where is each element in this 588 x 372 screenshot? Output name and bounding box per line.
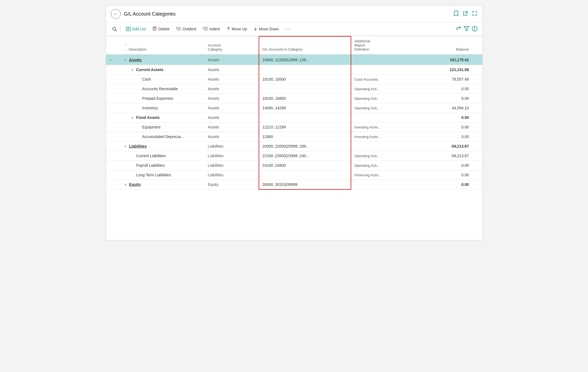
- table-row[interactable]: CashAssets18100..18500Cash Accounts76,55…: [106, 75, 482, 84]
- search-button[interactable]: [111, 25, 119, 33]
- drag-handle[interactable]: ⋮: [144, 57, 149, 62]
- info-icon[interactable]: [472, 26, 477, 32]
- col-scrollbar-header: [472, 36, 482, 54]
- table-row[interactable]: InventoryAssets14000..14299Operating Act…: [106, 103, 482, 113]
- row-gl-accounts: [259, 65, 351, 75]
- table-row[interactable]: Accumulated Deprecia...Assets12900Invest…: [106, 132, 482, 142]
- row-gl-accounts: [259, 113, 351, 122]
- header-icons: [453, 10, 477, 18]
- chevron-icon[interactable]: ∨: [124, 183, 128, 186]
- table-row[interactable]: Current LiabilitiesLiabilities22100..235…: [106, 151, 482, 161]
- delete-button[interactable]: Delete: [150, 25, 172, 33]
- toolbar-right: [456, 26, 477, 32]
- description-text: Liabilities: [129, 144, 147, 148]
- table-row[interactable]: ∨LiabilitiesLiabilities20000..22000|2599…: [106, 142, 482, 151]
- scroll-spacer: [472, 122, 482, 132]
- row-balance: 0.00: [418, 94, 472, 103]
- table-row[interactable]: Payroll LiabilitiesLiabilities24100..246…: [106, 161, 482, 170]
- more-label: ···: [286, 27, 291, 31]
- row-description: ∨Liabilities: [121, 142, 205, 151]
- row-arrow: [106, 142, 121, 151]
- filter-icon[interactable]: [464, 26, 469, 32]
- outdent-label: Outdent: [183, 27, 196, 31]
- description-text: Inventory: [142, 106, 158, 110]
- col-balance-header: Balance: [418, 36, 472, 54]
- chevron-icon[interactable]: ∨: [131, 116, 135, 119]
- row-gl-accounts: 16100..16600: [259, 94, 351, 103]
- indent-label: Indent: [209, 27, 220, 31]
- expand-icon[interactable]: [472, 11, 477, 17]
- table-row[interactable]: ∨Fixed AssetsAssets0.00: [106, 113, 482, 122]
- row-balance: 0.00: [418, 122, 472, 132]
- table-row[interactable]: Accounts ReceivableAssetsOperating Acti.…: [106, 84, 482, 94]
- row-additional-report: Cash Accounts: [351, 75, 418, 84]
- row-arrow: [106, 94, 121, 103]
- row-balance: 191,175.42: [418, 54, 472, 65]
- row-additional-report: Financing Activ...: [351, 170, 418, 180]
- move-up-button[interactable]: Move Up: [224, 25, 250, 33]
- row-balance: 121,151.58: [418, 65, 472, 75]
- table-row[interactable]: Long Term LiabilitiesLiabilitiesFinancin…: [106, 170, 482, 180]
- row-description: Payroll Liabilities: [121, 161, 205, 170]
- col-account-category-header: AccountCategory: [205, 36, 259, 54]
- row-additional-report: Investing Activi...: [351, 132, 418, 142]
- row-arrow: [106, 170, 121, 180]
- edit-list-button[interactable]: Edit List: [123, 25, 149, 33]
- col-arrow-header: [106, 36, 121, 54]
- row-balance: 0.00: [418, 180, 472, 190]
- scroll-spacer: [472, 84, 482, 94]
- scroll-spacer: [472, 75, 482, 84]
- more-button[interactable]: ···: [283, 25, 294, 33]
- row-gl-accounts: 10000..12200|12999..139...: [259, 54, 351, 65]
- col-additional-report-header: AdditionalReportDefinition: [351, 36, 418, 54]
- table-row[interactable]: →∨Assets⋮Assets10000..12200|12999..139..…: [106, 54, 482, 65]
- table-row[interactable]: ∨Current AssetsAssets121,151.58: [106, 65, 482, 75]
- row-arrow: [106, 84, 121, 94]
- table-row[interactable]: ∨EquityEquity30000..30310|399990.00: [106, 180, 482, 190]
- back-button[interactable]: ←: [111, 9, 121, 19]
- scroll-spacer: [472, 170, 482, 180]
- outdent-button[interactable]: Outdent: [173, 25, 199, 33]
- delete-label: Delete: [158, 27, 169, 31]
- chevron-icon[interactable]: ∨: [124, 145, 128, 148]
- external-link-icon[interactable]: [463, 11, 468, 17]
- row-account-category: Assets: [205, 113, 259, 122]
- row-additional-report: Investing Activi...: [351, 122, 418, 132]
- row-arrow: [106, 103, 121, 113]
- table-row[interactable]: Prepaid ExpensesAssets16100..16600Operat…: [106, 94, 482, 103]
- row-additional-report: [351, 54, 418, 65]
- row-additional-report: [351, 65, 418, 75]
- sort-icon: ⌃⌄: [124, 44, 127, 51]
- row-gl-accounts: 22100..23500|23999..240...: [259, 151, 351, 161]
- row-gl-accounts: 12210..12299: [259, 122, 351, 132]
- svg-point-0: [113, 27, 116, 30]
- scroll-spacer: [472, 161, 482, 170]
- description-text: Payroll Liabilities: [136, 163, 165, 168]
- row-description: Inventory: [121, 103, 205, 113]
- table-row[interactable]: EquipmentAssets12210..12299Investing Act…: [106, 122, 482, 132]
- row-arrow: →: [106, 54, 121, 65]
- row-balance: 0.00: [418, 84, 472, 94]
- table-container[interactable]: ⌃⌄ Description AccountCategory G/L Accou…: [106, 36, 482, 240]
- chevron-icon[interactable]: ∨: [124, 58, 128, 61]
- scroll-spacer: [472, 151, 482, 161]
- share-icon[interactable]: [456, 26, 461, 32]
- move-down-button[interactable]: Move Down: [251, 25, 282, 33]
- scroll-spacer: [472, 142, 482, 151]
- row-arrow: [106, 180, 121, 190]
- scroll-spacer: [472, 103, 482, 113]
- svg-rect-6: [153, 27, 156, 30]
- row-gl-accounts: 30000..30310|39999: [259, 180, 351, 190]
- indent-button[interactable]: Indent: [200, 25, 223, 33]
- row-balance: 0.00: [418, 113, 472, 122]
- col-description-header[interactable]: ⌃⌄ Description: [121, 36, 205, 54]
- outdent-icon: [176, 27, 181, 31]
- row-gl-accounts: 24100..24600: [259, 161, 351, 170]
- bookmark-icon[interactable]: [453, 10, 459, 18]
- row-description: Current Liabilities: [121, 151, 205, 161]
- row-additional-report: [351, 180, 418, 190]
- separator-1: [121, 26, 121, 32]
- chevron-icon[interactable]: ∨: [131, 68, 135, 72]
- description-text: Cash: [142, 77, 151, 81]
- move-down-label: Move Down: [259, 27, 279, 31]
